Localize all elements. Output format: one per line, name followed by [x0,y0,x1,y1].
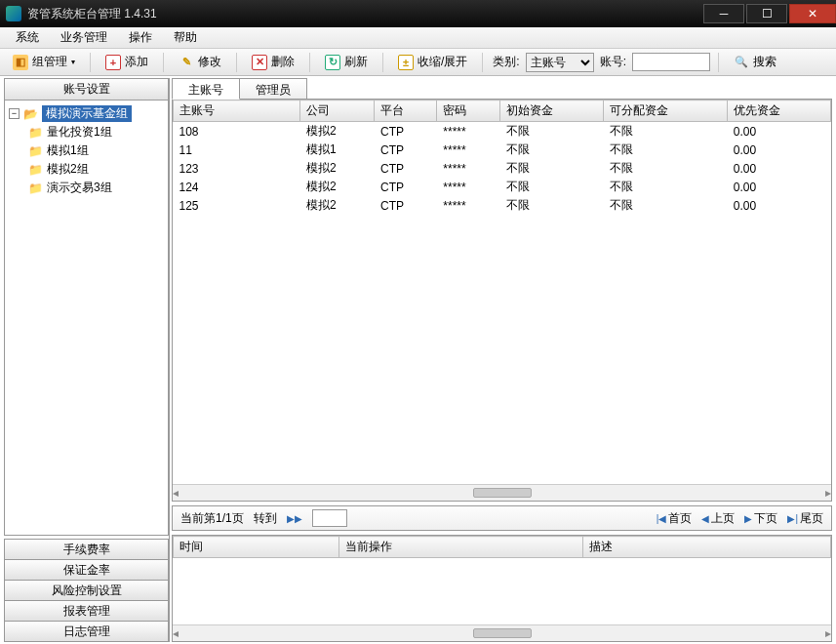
delete-button[interactable]: ✕ 删除 [245,51,301,73]
tab-admin[interactable]: 管理员 [239,78,307,99]
table-cell: 不限 [499,141,603,159]
table-cell: 不限 [603,159,727,178]
table-cell: 123 [174,159,300,178]
stack-fee-rate[interactable]: 手续费率 [4,539,169,560]
pager-first[interactable]: |◀首页 [657,510,693,527]
table-cell: 0.00 [727,178,830,196]
table-cell: CTP [375,178,437,196]
refresh-button[interactable]: ↻ 刷新 [318,51,375,73]
collapse-expand-button[interactable]: ± 收缩/展开 [391,51,474,73]
column-header[interactable]: 可分配资金 [603,101,727,122]
menu-business[interactable]: 业务管理 [51,27,117,48]
left-stack: 手续费率 保证金率 风险控制设置 报表管理 日志管理 [4,540,169,642]
search-icon: 🔍 [734,55,749,70]
tabs: 主账号 管理员 [172,78,832,100]
table-cell: 0.00 [727,141,830,159]
first-icon: |◀ [657,513,667,524]
goto-icon: ▶▶ [287,513,302,524]
group-mgmt-button[interactable]: ◧ 组管理 ▾ [6,51,82,73]
menu-help[interactable]: 帮助 [164,27,207,48]
table-row[interactable]: 124模拟2CTP*****不限不限0.00 [174,178,831,196]
refresh-label: 刷新 [344,54,368,70]
table-cell: 不限 [499,178,603,196]
log-column-header[interactable]: 当前操作 [339,537,583,558]
pager-next-label: 下页 [754,510,777,527]
table-row[interactable]: 125模拟2CTP*****不限不限0.00 [174,196,831,215]
tree-item-label: 模拟2组 [47,161,89,178]
tree-item[interactable]: 📁 量化投资1组 [28,123,164,141]
separator [718,53,719,72]
table-cell: 模拟1 [300,141,375,159]
table-row[interactable]: 123模拟2CTP*****不限不限0.00 [174,159,831,178]
pager-goto-input[interactable] [312,509,347,527]
pager-last-label: 尾页 [800,510,823,527]
table-cell: CTP [375,141,437,159]
minimize-button[interactable]: ─ [703,4,744,23]
search-button[interactable]: 🔍 搜索 [727,51,783,73]
folder-icon: 📁 [28,144,43,158]
table-row[interactable]: 108模拟2CTP*****不限不限0.00 [174,122,831,141]
tree-item[interactable]: 📁 模拟2组 [28,160,164,179]
table-cell: 11 [174,141,300,159]
table-cell: ***** [437,122,499,141]
account-input[interactable] [632,53,710,71]
collapse-label: 收缩/展开 [418,54,467,70]
table-cell: 不限 [499,196,603,215]
stack-margin-rate[interactable]: 保证金率 [4,559,169,581]
pager-next[interactable]: ▶下页 [744,510,777,527]
table-cell: 108 [174,122,300,141]
column-header[interactable]: 公司 [300,101,375,122]
separator [482,53,483,72]
pager-prev-label: 上页 [711,510,735,527]
data-grid-wrap: 主账号公司平台密码初始资金可分配资金优先资金 108模拟2CTP*****不限不… [172,100,832,502]
account-settings-header[interactable]: 账号设置 [5,79,168,101]
modify-label: 修改 [198,54,221,70]
menu-system[interactable]: 系统 [6,27,49,48]
group-tree: − 📂 模拟演示基金组 📁 量化投资1组 📁 模拟1组 📁 模 [5,101,168,535]
pager-goto-label: 转到 [254,510,277,527]
data-grid[interactable]: 主账号公司平台密码初始资金可分配资金优先资金 108模拟2CTP*****不限不… [173,100,831,484]
stack-log[interactable]: 日志管理 [4,621,169,642]
collapse-toggle-icon[interactable]: − [9,108,20,119]
horizontal-scrollbar[interactable]: ◂ ▸ [173,484,831,501]
tree-item[interactable]: 📁 演示交易3组 [28,179,164,197]
table-cell: CTP [375,159,437,178]
table-cell: CTP [375,196,437,215]
log-grid[interactable]: 时间当前操作描述 [173,536,831,624]
tree-item[interactable]: 📁 模拟1组 [28,141,164,160]
tab-main-account[interactable]: 主账号 [172,78,240,100]
tree-children: 📁 量化投资1组 📁 模拟1组 📁 模拟2组 📁 演示交易3组 [28,123,164,197]
table-row[interactable]: 11模拟1CTP*****不限不限0.00 [174,141,831,159]
tree-root[interactable]: − 📂 模拟演示基金组 [9,104,164,123]
dropdown-icon: ▾ [71,58,75,66]
tree-item-label: 演示交易3组 [47,180,112,196]
folder-open-icon: 📂 [23,107,38,121]
stack-risk-control[interactable]: 风险控制设置 [4,580,169,601]
stack-report[interactable]: 报表管理 [4,600,169,622]
column-header[interactable]: 优先资金 [727,101,830,122]
account-table: 主账号公司平台密码初始资金可分配资金优先资金 108模拟2CTP*****不限不… [173,100,831,215]
table-cell: ***** [437,141,499,159]
column-header[interactable]: 主账号 [174,101,300,122]
table-cell: 0.00 [727,196,830,215]
tree-item-label: 量化投资1组 [47,124,112,141]
column-header[interactable]: 平台 [375,101,437,122]
maximize-button[interactable]: ☐ [746,4,787,23]
tree-root-label[interactable]: 模拟演示基金组 [42,105,132,122]
add-label: 添加 [125,54,148,70]
table-cell: 不限 [499,122,603,141]
collapse-icon: ± [398,55,414,70]
modify-button[interactable]: ✎ 修改 [172,51,228,73]
log-column-header[interactable]: 时间 [174,537,339,558]
column-header[interactable]: 初始资金 [499,101,603,122]
log-horizontal-scrollbar[interactable]: ◂ ▸ [173,624,831,641]
menu-operation[interactable]: 操作 [119,27,162,48]
log-column-header[interactable]: 描述 [583,537,831,558]
pager-last[interactable]: ▶|尾页 [787,510,823,527]
pager-prev[interactable]: ◀上页 [701,510,735,527]
category-select[interactable]: 主账号 [526,53,594,72]
column-header[interactable]: 密码 [437,101,499,122]
table-cell: 不限 [603,141,727,159]
add-button[interactable]: + 添加 [99,51,155,73]
close-button[interactable]: ✕ [789,4,836,23]
